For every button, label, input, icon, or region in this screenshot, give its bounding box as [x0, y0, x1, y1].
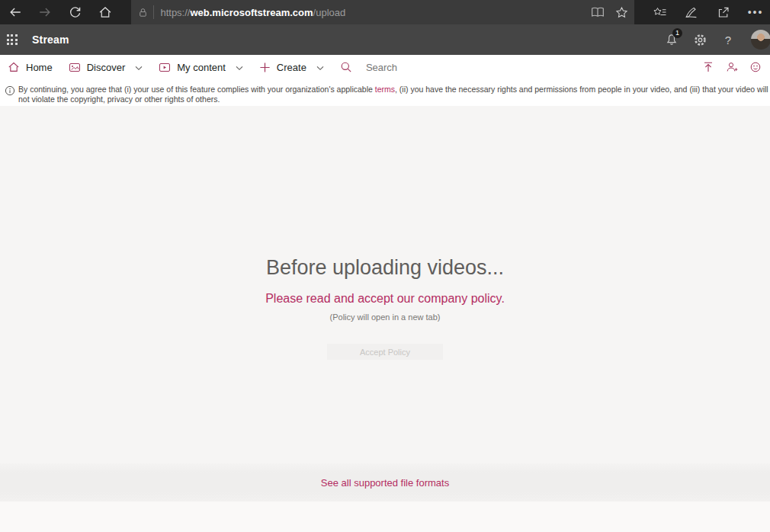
settings-button[interactable] — [691, 24, 708, 55]
nav-discover-label: Discover — [87, 62, 126, 73]
url-scheme: https:// — [160, 7, 190, 18]
chevron-down-icon — [316, 66, 324, 71]
nav-create-label: Create — [277, 62, 306, 73]
search-placeholder: Search — [366, 62, 397, 73]
url-host: web.microsoftstream.com — [190, 7, 313, 18]
search-input[interactable]: Search — [340, 61, 397, 73]
address-divider — [153, 5, 154, 19]
nav-item-my-content[interactable]: My content — [159, 62, 243, 73]
upload-button[interactable] — [701, 52, 716, 82]
accept-policy-button[interactable]: Accept Policy — [327, 344, 443, 360]
video-content-icon — [159, 62, 171, 73]
plus-icon — [259, 62, 271, 73]
browser-back-button[interactable] — [0, 0, 30, 24]
share-button[interactable] — [709, 0, 738, 24]
browser-refresh-button[interactable] — [60, 0, 90, 24]
browser-chrome: https://web.microsoftstream.com/upload •… — [0, 0, 770, 24]
page-title: Before uploading videos... — [0, 106, 770, 280]
reading-view-icon[interactable] — [591, 6, 605, 18]
header-actions: 1 ? — [663, 24, 770, 55]
chevron-down-icon — [236, 66, 243, 71]
back-arrow-icon — [8, 5, 22, 19]
banner-text: By continuing, you agree that (i) your u… — [18, 85, 768, 104]
url-text[interactable]: https://web.microsoftstream.com/upload — [160, 7, 591, 18]
browser-forward-button[interactable] — [30, 0, 59, 24]
smiley-icon — [749, 61, 762, 73]
upload-icon — [702, 61, 714, 73]
nav-home-label: Home — [26, 62, 53, 73]
waffle-icon — [7, 34, 18, 45]
nav-item-discover[interactable]: Discover — [69, 62, 143, 73]
help-icon: ? — [725, 34, 731, 46]
nav-item-create[interactable]: Create — [259, 62, 324, 73]
notifications-button[interactable]: 1 — [663, 24, 680, 55]
stream-header: Stream 1 ? — [0, 24, 770, 55]
ink-notes-button[interactable] — [677, 0, 706, 24]
favorites-hub-button[interactable] — [645, 0, 674, 24]
info-icon — [5, 85, 15, 96]
feedback-button[interactable] — [748, 52, 763, 82]
address-bar[interactable]: https://web.microsoftstream.com/upload — [131, 0, 634, 24]
favorite-star-icon[interactable] — [615, 6, 628, 19]
chevron-down-icon — [135, 66, 143, 71]
search-icon — [340, 61, 352, 73]
notification-badge: 1 — [672, 28, 682, 38]
share-icon — [717, 6, 730, 19]
ink-pen-icon — [685, 6, 698, 19]
more-menu-button[interactable]: ••• — [741, 0, 770, 24]
screen: https://web.microsoftstream.com/upload •… — [0, 0, 770, 532]
home-browser-icon — [98, 5, 112, 19]
browser-home-button[interactable] — [90, 0, 120, 24]
policy-banner: By continuing, you agree that (i) your u… — [0, 79, 770, 106]
terms-link[interactable]: terms — [375, 85, 395, 94]
browser-actions: ••• — [645, 0, 770, 24]
person-add-icon — [726, 61, 739, 73]
nav-right-actions — [701, 52, 770, 82]
user-avatar[interactable] — [751, 30, 770, 50]
supported-formats-link[interactable]: See all supported file formats — [321, 477, 449, 489]
nav-my-content-label: My content — [177, 62, 226, 73]
url-path: /upload — [313, 7, 346, 18]
refresh-icon — [69, 6, 82, 19]
home-icon — [8, 61, 20, 73]
app-title: Stream — [32, 34, 69, 46]
policy-note: (Policy will open in a new tab) — [0, 312, 770, 322]
gear-icon — [693, 33, 707, 47]
lock-icon — [137, 7, 149, 18]
upload-main-area: Before uploading videos... Please read a… — [0, 106, 770, 463]
nav-item-home[interactable]: Home — [8, 61, 53, 73]
forward-arrow-icon — [38, 5, 52, 19]
invite-person-button[interactable] — [724, 52, 740, 82]
app-launcher-button[interactable] — [0, 24, 24, 55]
hub-star-list-icon — [653, 6, 667, 19]
company-policy-link[interactable]: Please read and accept our company polic… — [265, 292, 505, 306]
footer-band: See all supported file formats — [0, 463, 770, 502]
banner-text-before: By continuing, you agree that (i) your u… — [18, 85, 375, 94]
discover-icon — [69, 62, 81, 73]
bottom-strip — [0, 502, 770, 532]
more-icon: ••• — [748, 6, 764, 18]
stream-nav-bar: Home Discover My content Create Search — [0, 55, 770, 79]
help-button[interactable]: ? — [720, 24, 736, 55]
